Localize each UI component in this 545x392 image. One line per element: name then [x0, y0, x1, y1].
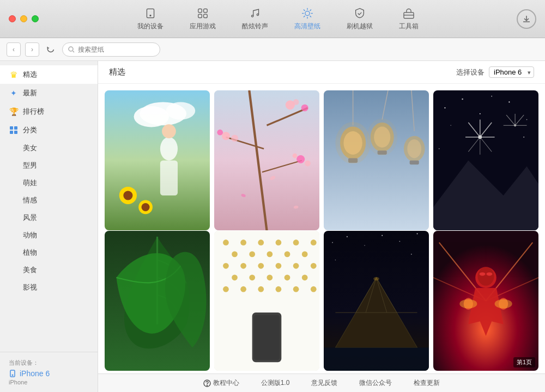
wallpaper-6[interactable]	[214, 231, 319, 371]
svg-point-71	[444, 107, 445, 108]
svg-rect-128	[254, 315, 280, 360]
tab-apps[interactable]: 应用游戏	[177, 3, 229, 35]
wallpaper-7[interactable]	[324, 231, 429, 371]
svg-point-132	[347, 236, 348, 237]
svg-point-100	[240, 240, 246, 246]
tab-toolbox[interactable]: 工具箱	[386, 3, 432, 35]
device-type: iPhone	[9, 379, 89, 385]
svg-point-7	[257, 14, 258, 15]
page-badge: 第1页	[513, 357, 535, 367]
wallpaper-4[interactable]	[433, 90, 538, 230]
device-label: 当前设备：	[9, 359, 89, 367]
svg-rect-0	[147, 9, 154, 17]
back-button[interactable]: ‹	[7, 42, 21, 57]
sidebar-item-latest[interactable]: ✦ 最新	[0, 84, 98, 102]
svg-point-123	[258, 286, 264, 292]
wallpaper-8[interactable]: 第1页	[433, 231, 538, 371]
wallpaper-5[interactable]	[105, 231, 210, 371]
traffic-lights	[9, 15, 39, 22]
svg-line-20	[73, 51, 75, 52]
sidebar-item-featured[interactable]: ♛ 精选	[0, 65, 98, 84]
wallpaper-1[interactable]	[105, 90, 210, 230]
svg-point-110	[223, 263, 229, 269]
tutorial-button[interactable]: 教程中心	[203, 378, 239, 388]
svg-point-131	[332, 242, 333, 243]
sidebar-item-animal[interactable]: 动物	[0, 226, 98, 244]
minimize-button[interactable]	[20, 15, 27, 22]
svg-point-156	[487, 272, 493, 275]
update-button[interactable]: 检查更新	[414, 378, 440, 388]
svg-line-13	[304, 9, 305, 10]
content-title: 精选	[109, 67, 125, 77]
trophy-icon: 🏆	[9, 107, 19, 117]
svg-point-34	[142, 203, 150, 211]
toolbar: ‹ ›	[0, 38, 545, 61]
svg-point-68	[335, 122, 370, 164]
sidebar-item-handsome[interactable]: 型男	[0, 157, 98, 174]
sidebar-item-plant[interactable]: 植物	[0, 244, 98, 261]
svg-point-51	[293, 154, 298, 158]
maximize-button[interactable]	[32, 15, 39, 22]
svg-point-137	[335, 260, 336, 261]
tab-wallpapers[interactable]: 高清壁纸	[281, 3, 334, 35]
tab-ringtones[interactable]: 酷炫铃声	[229, 3, 281, 35]
wechat-button[interactable]: 微信公众号	[359, 378, 392, 388]
sidebar-top: ♛ 精选 ✦ 最新 🏆 排行榜	[0, 61, 98, 352]
svg-rect-37	[160, 161, 178, 195]
svg-point-118	[267, 274, 273, 280]
sidebar-item-ranking[interactable]: 🏆 排行榜	[0, 102, 98, 121]
content-area: 精选 选择设备 iPhone 6 iPhone 7 iPhone 8 iPhon…	[98, 61, 545, 392]
titlebar: 我的设备 应用游戏 酷炫铃声	[0, 0, 545, 38]
device-select[interactable]: iPhone 6 iPhone 7 iPhone 8 iPhone X iPad	[489, 66, 534, 78]
svg-point-106	[249, 252, 255, 258]
svg-point-162	[207, 385, 207, 385]
sidebar-item-emotion[interactable]: 情感	[0, 192, 98, 209]
forward-button[interactable]: ›	[25, 42, 39, 57]
svg-point-69	[367, 118, 397, 156]
sidebar-item-cute[interactable]: 萌娃	[0, 174, 98, 192]
svg-point-120	[302, 274, 308, 280]
sidebar-item-categories[interactable]: 分类	[0, 121, 98, 139]
device-selector-label: 选择设备	[456, 68, 485, 77]
svg-rect-5	[203, 14, 207, 18]
bottom-bar: 教程中心 公测版1.0 意见反馈 微信公众号 检查更新	[98, 373, 545, 392]
sidebar-bottom: 当前设备： iPhone 6 iPhone	[0, 352, 98, 392]
search-input[interactable]	[78, 46, 154, 53]
sidebar-item-food[interactable]: 美食	[0, 261, 98, 279]
refresh-button[interactable]	[44, 42, 58, 57]
svg-line-14	[310, 16, 311, 17]
wallpaper-3[interactable]	[324, 90, 429, 230]
crown-icon: ♛	[9, 70, 19, 79]
svg-point-116	[232, 274, 238, 280]
sidebar-item-scenery[interactable]: 风景	[0, 209, 98, 226]
close-button[interactable]	[9, 15, 16, 22]
sidebar-item-movie[interactable]: 影视	[0, 279, 98, 296]
phone-icon	[9, 370, 16, 377]
svg-point-1	[150, 15, 151, 16]
svg-point-8	[305, 11, 309, 15]
sidebar-item-beauty[interactable]: 美女	[0, 139, 98, 157]
svg-point-155	[480, 272, 486, 275]
svg-point-124	[276, 286, 282, 292]
svg-point-49	[296, 155, 305, 163]
svg-point-66	[407, 139, 421, 158]
content-header: 精选 选择设备 iPhone 6 iPhone 7 iPhone 8 iPhon…	[98, 61, 545, 84]
wallpaper-2[interactable]	[214, 90, 319, 230]
svg-rect-21	[10, 126, 13, 130]
svg-line-16	[304, 16, 305, 17]
download-button[interactable]	[517, 9, 536, 29]
tab-my-device[interactable]: 我的设备	[124, 3, 177, 35]
svg-point-35	[160, 137, 178, 161]
svg-point-45	[293, 99, 299, 105]
svg-point-138	[411, 254, 412, 255]
feedback-button[interactable]: 意见反馈	[311, 378, 337, 388]
wallpaper-grid: 第1页	[98, 84, 545, 373]
svg-point-117	[249, 274, 255, 280]
svg-point-109	[302, 252, 308, 258]
search-box	[62, 42, 160, 57]
svg-rect-4	[198, 14, 202, 18]
version-label: 公测版1.0	[261, 378, 290, 388]
svg-point-126	[311, 286, 317, 292]
star-icon: ✦	[9, 88, 19, 98]
tab-jailbreak[interactable]: 刷机越狱	[334, 3, 386, 35]
